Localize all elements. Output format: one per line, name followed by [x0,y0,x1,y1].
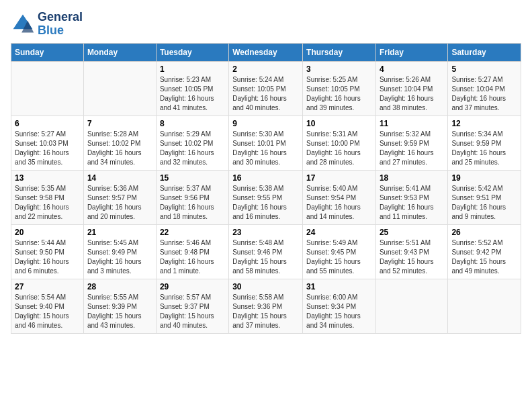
logo: General Blue [11,11,83,38]
calendar-cell: 15Sunrise: 5:37 AM Sunset: 9:56 PM Dayli… [156,170,228,224]
calendar-cell [448,279,521,333]
calendar-cell: 4Sunrise: 5:26 AM Sunset: 10:04 PM Dayli… [375,61,447,116]
day-detail: Sunrise: 5:41 AM Sunset: 9:53 PM Dayligh… [380,184,444,222]
day-number: 2 [232,64,299,74]
day-detail: Sunrise: 5:51 AM Sunset: 9:43 PM Dayligh… [380,238,444,276]
calendar-cell: 27Sunrise: 5:54 AM Sunset: 9:40 PM Dayli… [11,279,84,333]
day-number: 4 [380,64,444,74]
day-detail: Sunrise: 5:48 AM Sunset: 9:46 PM Dayligh… [232,238,299,276]
calendar-cell: 1Sunrise: 5:23 AM Sunset: 10:05 PM Dayli… [156,61,228,116]
calendar-header-row: SundayMondayTuesdayWednesdayThursdayFrid… [11,43,521,61]
calendar-cell: 24Sunrise: 5:49 AM Sunset: 9:45 PM Dayli… [303,224,376,279]
calendar-cell: 18Sunrise: 5:41 AM Sunset: 9:53 PM Dayli… [375,170,447,224]
day-number: 3 [306,64,372,74]
day-number: 26 [451,228,517,237]
day-detail: Sunrise: 5:40 AM Sunset: 9:54 PM Dayligh… [306,184,372,222]
day-detail: Sunrise: 5:36 AM Sunset: 9:57 PM Dayligh… [87,184,152,222]
calendar-cell: 30Sunrise: 5:58 AM Sunset: 9:36 PM Dayli… [229,279,303,333]
day-header-wednesday: Wednesday [229,43,303,61]
logo-icon [11,12,35,36]
day-number: 10 [306,119,372,128]
day-number: 11 [380,119,444,128]
calendar-cell: 31Sunrise: 6:00 AM Sunset: 9:34 PM Dayli… [303,279,376,333]
day-detail: Sunrise: 5:29 AM Sunset: 10:02 PM Daylig… [160,130,225,167]
calendar-cell: 25Sunrise: 5:51 AM Sunset: 9:43 PM Dayli… [375,224,447,279]
day-number: 29 [160,282,225,291]
day-detail: Sunrise: 6:00 AM Sunset: 9:34 PM Dayligh… [306,293,372,330]
day-number: 16 [232,173,299,183]
calendar-cell: 11Sunrise: 5:32 AM Sunset: 9:59 PM Dayli… [375,116,447,170]
day-detail: Sunrise: 5:49 AM Sunset: 9:45 PM Dayligh… [306,238,372,276]
calendar-cell [83,61,156,116]
calendar-cell: 9Sunrise: 5:30 AM Sunset: 10:01 PM Dayli… [229,116,303,170]
day-detail: Sunrise: 5:24 AM Sunset: 10:05 PM Daylig… [232,75,299,113]
calendar-table: SundayMondayTuesdayWednesdayThursdayFrid… [11,43,521,334]
day-number: 21 [87,228,152,237]
day-number: 24 [306,228,372,237]
calendar-body: 1Sunrise: 5:23 AM Sunset: 10:05 PM Dayli… [11,61,521,333]
day-detail: Sunrise: 5:35 AM Sunset: 9:58 PM Dayligh… [15,184,80,222]
day-detail: Sunrise: 5:57 AM Sunset: 9:37 PM Dayligh… [160,293,225,330]
calendar-cell: 28Sunrise: 5:55 AM Sunset: 9:39 PM Dayli… [83,279,156,333]
day-number: 25 [380,228,444,237]
day-number: 23 [232,228,299,237]
day-detail: Sunrise: 5:45 AM Sunset: 9:49 PM Dayligh… [87,238,152,276]
calendar-cell: 21Sunrise: 5:45 AM Sunset: 9:49 PM Dayli… [83,224,156,279]
day-number: 20 [15,228,80,237]
day-number: 19 [451,173,517,183]
day-detail: Sunrise: 5:46 AM Sunset: 9:48 PM Dayligh… [160,238,225,276]
calendar-cell: 14Sunrise: 5:36 AM Sunset: 9:57 PM Dayli… [83,170,156,224]
calendar-cell: 7Sunrise: 5:28 AM Sunset: 10:02 PM Dayli… [83,116,156,170]
day-number: 12 [451,119,517,128]
calendar-cell [375,279,447,333]
calendar-cell: 16Sunrise: 5:38 AM Sunset: 9:55 PM Dayli… [229,170,303,224]
day-number: 8 [160,119,225,128]
day-header-sunday: Sunday [11,43,84,61]
day-detail: Sunrise: 5:28 AM Sunset: 10:02 PM Daylig… [87,130,152,167]
calendar-cell: 6Sunrise: 5:27 AM Sunset: 10:03 PM Dayli… [11,116,84,170]
day-header-thursday: Thursday [303,43,376,61]
calendar-cell: 19Sunrise: 5:42 AM Sunset: 9:51 PM Dayli… [448,170,521,224]
calendar-cell: 23Sunrise: 5:48 AM Sunset: 9:46 PM Dayli… [229,224,303,279]
day-header-tuesday: Tuesday [156,43,228,61]
day-detail: Sunrise: 5:37 AM Sunset: 9:56 PM Dayligh… [160,184,225,222]
calendar-week-5: 27Sunrise: 5:54 AM Sunset: 9:40 PM Dayli… [11,279,521,333]
calendar-cell: 5Sunrise: 5:27 AM Sunset: 10:04 PM Dayli… [448,61,521,116]
day-detail: Sunrise: 5:25 AM Sunset: 10:05 PM Daylig… [306,75,372,113]
day-number: 14 [87,173,152,183]
day-header-monday: Monday [83,43,156,61]
day-detail: Sunrise: 5:23 AM Sunset: 10:05 PM Daylig… [160,75,225,113]
calendar-cell: 13Sunrise: 5:35 AM Sunset: 9:58 PM Dayli… [11,170,84,224]
day-detail: Sunrise: 5:30 AM Sunset: 10:01 PM Daylig… [232,130,299,167]
day-detail: Sunrise: 5:38 AM Sunset: 9:55 PM Dayligh… [232,184,299,222]
day-detail: Sunrise: 5:32 AM Sunset: 9:59 PM Dayligh… [380,130,444,167]
calendar-cell: 2Sunrise: 5:24 AM Sunset: 10:05 PM Dayli… [229,61,303,116]
day-number: 5 [451,64,517,74]
day-detail: Sunrise: 5:26 AM Sunset: 10:04 PM Daylig… [380,75,444,113]
day-number: 9 [232,119,299,128]
day-detail: Sunrise: 5:52 AM Sunset: 9:42 PM Dayligh… [451,238,517,276]
day-header-friday: Friday [375,43,447,61]
day-number: 22 [160,228,225,237]
day-detail: Sunrise: 5:42 AM Sunset: 9:51 PM Dayligh… [451,184,517,222]
calendar-cell: 22Sunrise: 5:46 AM Sunset: 9:48 PM Dayli… [156,224,228,279]
day-number: 30 [232,282,299,291]
day-detail: Sunrise: 5:58 AM Sunset: 9:36 PM Dayligh… [232,293,299,330]
day-number: 1 [160,64,225,74]
calendar-cell: 26Sunrise: 5:52 AM Sunset: 9:42 PM Dayli… [448,224,521,279]
day-detail: Sunrise: 5:55 AM Sunset: 9:39 PM Dayligh… [87,293,152,330]
day-detail: Sunrise: 5:27 AM Sunset: 10:04 PM Daylig… [451,75,517,113]
day-detail: Sunrise: 5:34 AM Sunset: 9:59 PM Dayligh… [451,130,517,167]
calendar-cell: 12Sunrise: 5:34 AM Sunset: 9:59 PM Dayli… [448,116,521,170]
day-number: 7 [87,119,152,128]
day-number: 6 [15,119,80,128]
day-number: 13 [15,173,80,183]
day-number: 17 [306,173,372,183]
day-detail: Sunrise: 5:31 AM Sunset: 10:00 PM Daylig… [306,130,372,167]
calendar-cell: 3Sunrise: 5:25 AM Sunset: 10:05 PM Dayli… [303,61,376,116]
calendar-cell: 20Sunrise: 5:44 AM Sunset: 9:50 PM Dayli… [11,224,84,279]
day-number: 31 [306,282,372,291]
day-detail: Sunrise: 5:54 AM Sunset: 9:40 PM Dayligh… [15,293,80,330]
day-number: 18 [380,173,444,183]
day-detail: Sunrise: 5:44 AM Sunset: 9:50 PM Dayligh… [15,238,80,276]
